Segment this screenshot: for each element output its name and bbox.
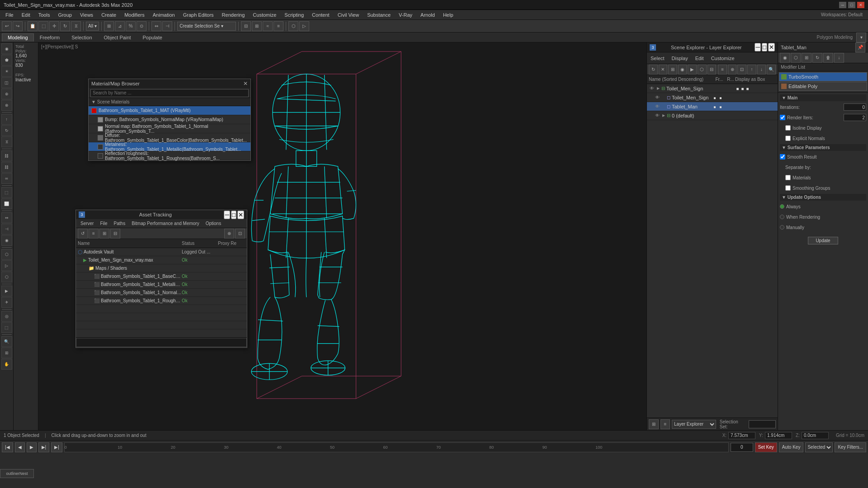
- mb-item-1[interactable]: Bump: Bathroom_Symbols_NormalMap (VRayNo…: [89, 115, 250, 124]
- se-maximize-button[interactable]: □: [762, 43, 767, 52]
- se-expand-toilet[interactable]: ▶: [655, 86, 661, 90]
- next-frame-button[interactable]: ▶|: [38, 442, 50, 452]
- dope-sheet-button[interactable]: ≡: [274, 21, 283, 31]
- menu-group[interactable]: Group: [54, 11, 75, 19]
- se-icon-1[interactable]: ↻: [649, 65, 658, 75]
- scale-button[interactable]: ⧖: [71, 21, 81, 31]
- go-end-button[interactable]: ▶|: [51, 442, 62, 452]
- create-geometry-button[interactable]: ◉: [1, 43, 12, 54]
- se-icon-2[interactable]: ✕: [659, 65, 668, 75]
- fly-button[interactable]: ✈: [1, 297, 12, 308]
- isolate-button[interactable]: ◎: [1, 311, 12, 322]
- menu-create[interactable]: Create: [98, 11, 120, 19]
- layer-manager-button[interactable]: ⊟: [241, 21, 251, 31]
- ts-update-collapse[interactable]: ▼: [782, 195, 788, 200]
- redo-button[interactable]: ↪: [13, 21, 23, 31]
- at-row-vault[interactable]: ⬡ Autodesk Vault Logged Out ...: [76, 248, 247, 256]
- at-list-button[interactable]: ≡: [89, 229, 99, 239]
- menu-vray[interactable]: V-Ray: [395, 11, 416, 19]
- set-key-button[interactable]: Set Key: [755, 442, 777, 452]
- mp-pin-button[interactable]: 📌: [855, 42, 865, 52]
- percent-snap[interactable]: %: [126, 21, 136, 31]
- selected-dropdown[interactable]: Selected: [805, 442, 833, 452]
- se-row-tablet-man[interactable]: 👁 ◻ Tablet_Man ◽ ◽: [647, 102, 778, 111]
- quick-render-button[interactable]: ⬡: [1, 272, 12, 282]
- frame-input[interactable]: [731, 443, 753, 452]
- menu-help[interactable]: Help: [439, 11, 457, 19]
- se-layer-dropdown[interactable]: Layer Explorer: [672, 420, 716, 429]
- se-icon-10[interactable]: ⊡: [737, 65, 746, 75]
- create-shapes-button[interactable]: ⬟: [1, 55, 12, 66]
- mirror-button[interactable]: ⇔: [151, 21, 161, 31]
- se-icon-8[interactable]: ≡: [718, 65, 727, 75]
- at-filter-input[interactable]: [76, 338, 247, 347]
- menu-substance[interactable]: Substance: [363, 11, 394, 19]
- angle-snap[interactable]: ⊿: [115, 21, 125, 31]
- at-menu-paths[interactable]: Paths: [111, 221, 128, 226]
- menu-file[interactable]: File: [2, 11, 17, 19]
- key-filters-button[interactable]: Key Filters...: [835, 442, 866, 452]
- at-refresh-button[interactable]: ↺: [78, 229, 88, 239]
- create-cameras-button[interactable]: ◫: [1, 77, 12, 88]
- ts-smooth-result-checkbox[interactable]: [780, 154, 785, 160]
- undo-button[interactable]: ↩: [2, 21, 12, 31]
- at-row-roughness[interactable]: ⬛ Bathroom_Symbols_Tablet_1_Roughness.pn…: [76, 297, 247, 305]
- se-menu-display[interactable]: Display: [670, 55, 690, 62]
- se-eye-obj-toilet[interactable]: 👁: [654, 95, 660, 100]
- mb-item-2[interactable]: Normal map: Bathroom_Symbols_Tablet_1_No…: [89, 124, 250, 133]
- menu-tools[interactable]: Tools: [35, 11, 54, 19]
- tab-extra-button[interactable]: ▾: [856, 33, 866, 42]
- ts-isoline-checkbox[interactable]: [785, 125, 791, 131]
- se-icon-7[interactable]: ⊟: [708, 65, 717, 75]
- se-icon-9[interactable]: ⊕: [728, 65, 737, 75]
- align-lt-button[interactable]: ⊣: [1, 224, 12, 235]
- se-selection-input[interactable]: [749, 420, 776, 428]
- ts-main-collapse[interactable]: ▼: [782, 95, 788, 100]
- menu-views[interactable]: Views: [76, 11, 97, 19]
- mb-title-bar[interactable]: Material/Map Browser ✕: [89, 79, 250, 88]
- at-menu-bitmap[interactable]: Bitmap Performance and Memory: [129, 221, 202, 226]
- at-maximize-button[interactable]: □: [231, 211, 236, 219]
- at-row-basecolor[interactable]: ⬛ Bathroom_Symbols_Tablet_1_BaseColor.pn…: [76, 272, 247, 281]
- se-row-layer-toilet[interactable]: 👁 ▶ ⊟ Toilet_Men_Sign ◽◽◽: [647, 84, 778, 93]
- se-eye-default[interactable]: 👁: [654, 113, 660, 118]
- rotate-button[interactable]: ↻: [60, 21, 70, 31]
- menu-graph-editors[interactable]: Graph Editors: [179, 11, 217, 19]
- mb-search-input[interactable]: [90, 89, 249, 97]
- se-icon-11[interactable]: ↑: [747, 65, 756, 75]
- tab-selection[interactable]: Selection: [66, 33, 98, 42]
- spinner-snap[interactable]: ⊙: [137, 21, 146, 31]
- se-icon-3[interactable]: ⊞: [668, 65, 677, 75]
- at-collapse-button[interactable]: ⊟: [110, 229, 120, 239]
- select-move-button[interactable]: ↑: [1, 114, 12, 125]
- se-icon-13[interactable]: 🔍: [767, 65, 776, 75]
- se-icon-5[interactable]: ▶: [688, 65, 697, 75]
- ts-always-radio[interactable]: [780, 204, 784, 209]
- select-button[interactable]: ⬚: [38, 21, 48, 31]
- mb-item-5[interactable]: Reflection roughness: Bathroom_Symbols_T…: [89, 151, 250, 160]
- at-menu-server[interactable]: Server: [78, 221, 96, 226]
- at-menu-options[interactable]: Options: [203, 221, 224, 226]
- at-menu-file[interactable]: File: [97, 221, 110, 226]
- ts-when-rendering-radio[interactable]: [780, 215, 784, 219]
- ts-manually-radio[interactable]: [780, 225, 784, 230]
- at-row-metallic[interactable]: ⬛ Bathroom_Symbols_Tablet_1_Metallic.png…: [76, 281, 247, 289]
- se-icon-4[interactable]: ◉: [678, 65, 687, 75]
- curve-editor-button[interactable]: ≈: [263, 21, 273, 31]
- mp-tool-5[interactable]: 🗑: [823, 53, 833, 63]
- render-scene-button[interactable]: ▷: [1, 260, 12, 271]
- mb-close-button[interactable]: ✕: [243, 80, 248, 87]
- tab-object-paint[interactable]: Object Paint: [98, 33, 137, 42]
- unlink-button[interactable]: ⛓: [1, 162, 12, 173]
- snap-toggle[interactable]: ⊞: [104, 21, 114, 31]
- menu-rendering[interactable]: Rendering: [218, 11, 249, 19]
- rect-select-button[interactable]: ⬚: [1, 322, 12, 333]
- menu-content[interactable]: Content: [308, 11, 333, 19]
- create-lights-button[interactable]: ☀: [1, 66, 12, 77]
- ts-explicit-checkbox[interactable]: [785, 136, 791, 141]
- create-helpers-button[interactable]: ⊕: [1, 89, 12, 99]
- walkthrough-button[interactable]: ▶: [1, 286, 12, 296]
- maximize-button[interactable]: □: [848, 2, 855, 8]
- se-eye-toilet[interactable]: 👁: [649, 86, 655, 91]
- at-close-button[interactable]: ✕: [237, 211, 244, 219]
